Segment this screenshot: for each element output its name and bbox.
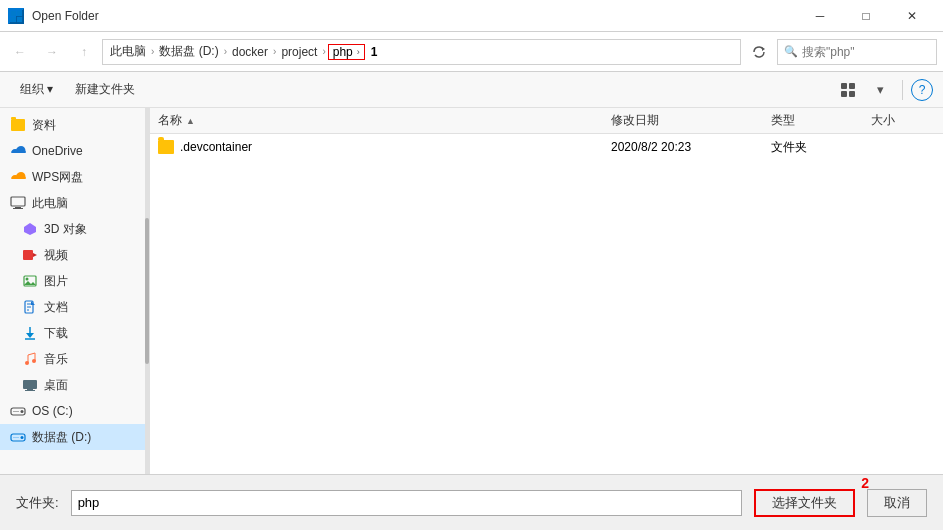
folder-icon: [158, 140, 174, 154]
dropdown-arrow: ▾: [877, 82, 884, 97]
sidebar-item-onedrive[interactable]: OneDrive: [0, 138, 149, 164]
svg-point-16: [26, 278, 29, 281]
app-icon: [8, 8, 24, 24]
sidebar-label-ziliao: 资料: [32, 117, 141, 134]
svg-rect-5: [841, 83, 847, 89]
sidebar-label-wps: WPS网盘: [32, 169, 141, 186]
window-controls: ─ □ ✕: [797, 0, 935, 32]
sidebar-item-pictures[interactable]: 图片: [0, 268, 149, 294]
desktop-icon: [22, 377, 38, 393]
svg-marker-24: [26, 333, 34, 338]
search-icon: 🔍: [784, 45, 798, 58]
new-folder-button[interactable]: 新建文件夹: [65, 76, 145, 104]
col-header-size[interactable]: 大小: [863, 112, 943, 129]
breadcrumb-datadisk[interactable]: 数据盘 (D:): [156, 41, 221, 62]
col-header-name[interactable]: 名称 ▲: [150, 112, 603, 129]
sidebar-label-thispc: 此电脑: [32, 195, 141, 212]
sidebar-item-music[interactable]: 音乐: [0, 346, 149, 372]
sidebar-item-documents[interactable]: 文档: [0, 294, 149, 320]
sidebar-item-downloads[interactable]: 下载: [0, 320, 149, 346]
breadcrumb-sep-4: ›: [322, 46, 325, 57]
sidebar-label-onedrive: OneDrive: [32, 144, 141, 158]
sidebar-scrollbar-thumb[interactable]: [145, 218, 149, 364]
svg-rect-8: [849, 91, 855, 97]
svg-rect-30: [25, 390, 35, 391]
search-box[interactable]: 🔍: [777, 39, 937, 65]
view-toggle-button[interactable]: [834, 76, 862, 104]
back-button[interactable]: ←: [6, 38, 34, 66]
svg-point-32: [21, 410, 24, 413]
breadcrumb-sep-2: ›: [224, 46, 227, 57]
sidebar: 资料 OneDrive WPS网盘 此电脑: [0, 108, 150, 474]
svg-rect-2: [11, 16, 16, 21]
osc-drive-icon: [10, 403, 26, 419]
sidebar-item-ziliao[interactable]: 资料: [0, 112, 149, 138]
sidebar-label-music: 音乐: [44, 351, 141, 368]
breadcrumb-thispc[interactable]: 此电脑: [107, 41, 149, 62]
col-header-type[interactable]: 类型: [763, 112, 863, 129]
breadcrumb-arrow: ›: [357, 47, 360, 57]
wps-icon: [10, 169, 26, 185]
breadcrumb[interactable]: 此电脑 › 数据盘 (D:) › docker › project › php …: [102, 39, 741, 65]
sidebar-scrollbar[interactable]: [145, 108, 149, 474]
maximize-button[interactable]: □: [843, 0, 889, 32]
breadcrumb-php[interactable]: php ›: [328, 44, 365, 60]
sidebar-item-osc[interactable]: OS (C:): [0, 398, 149, 424]
svg-rect-11: [13, 208, 23, 209]
forward-button[interactable]: →: [38, 38, 66, 66]
col-header-date[interactable]: 修改日期: [603, 112, 763, 129]
computer-icon: [10, 195, 26, 211]
file-type: 文件夹: [771, 140, 807, 154]
pictures-icon: [22, 273, 38, 289]
select-folder-button[interactable]: 选择文件夹: [754, 489, 855, 517]
video-icon: [22, 247, 38, 263]
sidebar-item-thispc[interactable]: 此电脑: [0, 190, 149, 216]
svg-marker-14: [33, 253, 37, 257]
minimize-button[interactable]: ─: [797, 0, 843, 32]
breadcrumb-sep-1: ›: [151, 46, 154, 57]
breadcrumb-sep-3: ›: [273, 46, 276, 57]
breadcrumb-project[interactable]: project: [278, 43, 320, 61]
svg-marker-4: [762, 47, 765, 51]
close-button[interactable]: ✕: [889, 0, 935, 32]
search-input[interactable]: [802, 45, 943, 59]
datadisk-drive-icon: [10, 429, 26, 445]
file-area: 名称 ▲ 修改日期 类型 大小 .devcontainer 2020/8/2: [150, 108, 943, 474]
sidebar-item-video[interactable]: 视频: [0, 242, 149, 268]
sidebar-item-wps[interactable]: WPS网盘: [0, 164, 149, 190]
sidebar-label-downloads: 下载: [44, 325, 141, 342]
sidebar-label-video: 视频: [44, 247, 141, 264]
sidebar-item-3d[interactable]: 3D 对象: [0, 216, 149, 242]
file-list-header: 名称 ▲ 修改日期 类型 大小: [150, 108, 943, 134]
up-button[interactable]: ↑: [70, 38, 98, 66]
view-dropdown-button[interactable]: ▾: [866, 76, 894, 104]
view-icon: [840, 82, 856, 98]
file-name: .devcontainer: [180, 140, 252, 154]
sidebar-label-datadisk: 数据盘 (D:): [32, 429, 141, 446]
svg-marker-17: [24, 281, 36, 285]
file-date-col: 2020/8/2 20:23: [603, 140, 763, 154]
refresh-button[interactable]: [745, 38, 773, 66]
svg-rect-0: [11, 10, 16, 15]
toolbar-separator: [902, 80, 903, 100]
folder-input[interactable]: [71, 490, 742, 516]
sidebar-label-3d: 3D 对象: [44, 221, 141, 238]
file-type-col: 文件夹: [763, 139, 863, 156]
title-bar: Open Folder ─ □ ✕: [0, 0, 943, 32]
organize-button[interactable]: 组织 ▾: [10, 76, 63, 104]
sidebar-item-desktop[interactable]: 桌面: [0, 372, 149, 398]
table-row[interactable]: .devcontainer 2020/8/2 20:23 文件夹: [150, 134, 943, 160]
sidebar-label-pictures: 图片: [44, 273, 141, 290]
refresh-icon: [752, 45, 766, 59]
svg-rect-7: [841, 91, 847, 97]
cancel-button[interactable]: 取消: [867, 489, 927, 517]
documents-icon: [22, 299, 38, 315]
folder-label: 文件夹:: [16, 494, 59, 512]
breadcrumb-docker[interactable]: docker: [229, 43, 271, 61]
svg-rect-3: [17, 16, 22, 21]
address-bar: ← → ↑ 此电脑 › 数据盘 (D:) › docker › project …: [0, 32, 943, 72]
help-button[interactable]: ?: [911, 79, 933, 101]
svg-rect-6: [849, 83, 855, 89]
bottom-bar: 文件夹: 选择文件夹 2 取消: [0, 474, 943, 530]
sidebar-item-datadisk[interactable]: 数据盘 (D:): [0, 424, 149, 450]
